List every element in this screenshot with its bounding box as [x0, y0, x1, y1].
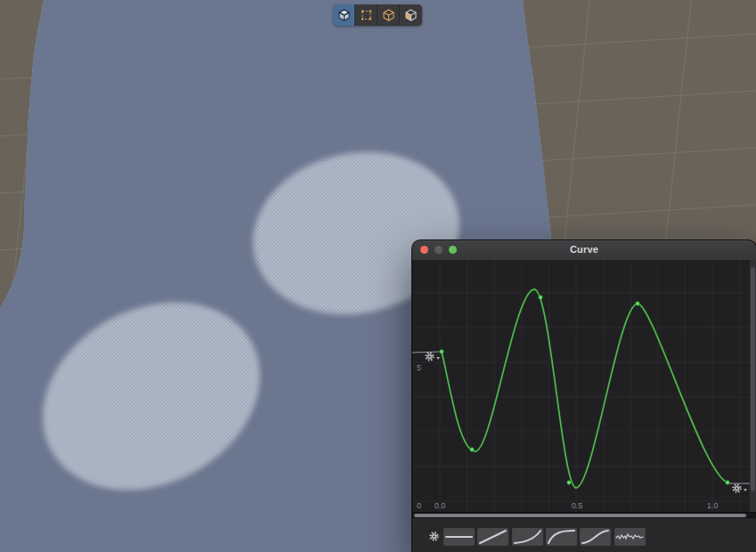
preset-ease-out-button[interactable]	[546, 528, 577, 546]
gear-icon	[424, 351, 435, 362]
preset-smooth-icon	[580, 528, 611, 546]
cube-face-icon	[404, 8, 418, 22]
control-point[interactable]	[726, 481, 730, 485]
preset-constant-button[interactable]	[443, 528, 475, 546]
preset-linear-button[interactable]	[477, 528, 508, 546]
viewport-toolbar	[333, 4, 422, 26]
control-point[interactable]	[539, 296, 543, 300]
vertical-scrollbar[interactable]	[750, 260, 756, 512]
preset-noise-icon	[614, 528, 646, 546]
curve-window: Curve 0.00.51.050	[412, 240, 756, 552]
preset-constant-icon	[443, 528, 475, 546]
plot-gridlines	[412, 260, 756, 512]
select-marquee-icon	[360, 8, 373, 22]
preset-ease-out-icon	[546, 528, 577, 546]
dropdown-arrow-icon	[436, 357, 440, 360]
curve-line[interactable]	[442, 289, 728, 488]
preset-ease-in-button[interactable]	[512, 528, 543, 546]
preset-linear-icon	[477, 528, 508, 546]
curve-points	[440, 296, 730, 485]
preset-noise-button[interactable]	[614, 528, 646, 546]
vertical-scrollbar-thumb[interactable]	[751, 267, 755, 491]
preset-smooth-button[interactable]	[580, 528, 611, 546]
point-options-gear-right[interactable]	[731, 482, 749, 494]
dropdown-arrow-icon	[744, 489, 747, 491]
cube-solid-icon	[337, 8, 351, 22]
presets-row	[412, 517, 756, 552]
control-point[interactable]	[636, 302, 640, 306]
curve-plot-area[interactable]: 0.00.51.050	[412, 260, 756, 512]
point-options-gear-left[interactable]	[424, 350, 442, 362]
gear-icon	[731, 483, 743, 494]
toolbar-button-select-marquee[interactable]	[355, 4, 378, 26]
presets-buttons	[412, 518, 756, 552]
toolbar-button-cube-solid[interactable]	[333, 4, 355, 26]
preset-ease-in-icon	[512, 528, 543, 546]
cube-wireframe-icon	[382, 8, 395, 22]
curve-plot-svg	[412, 260, 756, 512]
control-point[interactable]	[470, 448, 475, 452]
toolbar-button-cube-face[interactable]	[400, 4, 422, 26]
window-title: Curve	[412, 244, 756, 255]
curve-window-titlebar[interactable]: Curve	[412, 240, 756, 261]
app-window: Curve 0.00.51.050	[0, 0, 756, 552]
toolbar-button-cube-wireframe[interactable]	[378, 4, 400, 26]
control-point[interactable]	[567, 481, 572, 485]
